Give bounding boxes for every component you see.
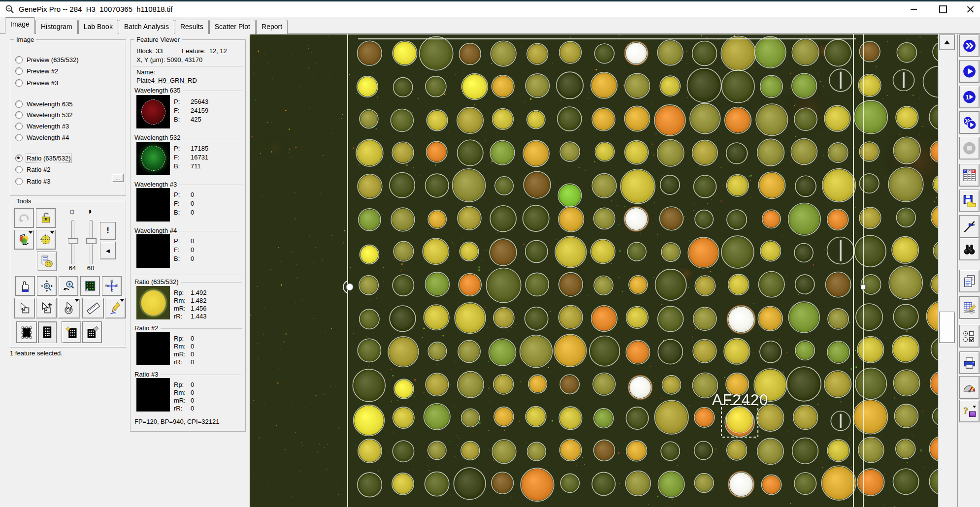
stat-row: B:711 xyxy=(174,162,201,170)
batch-analyze-button[interactable] xyxy=(959,111,980,134)
block-mode-button[interactable] xyxy=(16,321,37,343)
stat-row: F:0 xyxy=(174,200,194,207)
radio-ratio-635-532[interactable]: Ratio (635/532) xyxy=(15,154,71,162)
analyze-all-button[interactable] xyxy=(959,34,980,57)
contrast-value: 60 xyxy=(84,264,97,272)
block-brush-icon xyxy=(85,325,99,339)
find-button[interactable] xyxy=(959,238,980,260)
display-options-button[interactable] xyxy=(959,325,980,348)
feature-mode-button[interactable] xyxy=(38,321,57,343)
close-button[interactable] xyxy=(960,2,980,16)
ruler-icon xyxy=(86,301,100,315)
contrast-slider[interactable] xyxy=(90,220,93,264)
undo-button[interactable] xyxy=(14,208,34,228)
feature-indicator-button[interactable] xyxy=(36,230,56,250)
select-add-tool-button[interactable] xyxy=(36,298,57,318)
stat-row: B:0 xyxy=(174,255,194,262)
zoom-feature-button[interactable] xyxy=(37,276,57,296)
more-options-button[interactable]: ... xyxy=(112,174,124,182)
tab-batch-analysis[interactable]: Batch Analysis xyxy=(119,20,174,34)
divider xyxy=(132,66,243,66)
microarray-image[interactable] xyxy=(250,34,938,507)
radio-preview-3[interactable]: Preview #3 xyxy=(15,79,58,87)
draw-tool-button[interactable] xyxy=(105,298,126,318)
help-button[interactable]: ? xyxy=(959,400,980,422)
color-mode-button[interactable] xyxy=(14,230,34,250)
exclamation-icon: ! xyxy=(106,226,109,236)
zoom-back-icon xyxy=(62,280,75,292)
radio-wavelength-3[interactable]: Wavelength #3 xyxy=(15,122,69,130)
ratio-section-label: Ratio #2 xyxy=(134,324,242,332)
stat-row: Rp:1.492 xyxy=(174,289,207,296)
copy-button[interactable] xyxy=(959,270,980,292)
ellipsis-icon: ... xyxy=(115,175,120,181)
previous-settings-button[interactable]: ◄ xyxy=(100,242,116,259)
ratio-section-label: Ratio (635/532) xyxy=(134,278,242,285)
printer-icon xyxy=(963,355,976,370)
block-properties-button[interactable] xyxy=(82,321,102,343)
feature-mode-icon xyxy=(40,325,54,339)
save-results-button[interactable] xyxy=(959,190,980,212)
stat-row: Rm:0 xyxy=(174,389,194,396)
thumbnail-ratio2 xyxy=(136,332,170,365)
radio-ratio-3[interactable]: Ratio #3 xyxy=(15,177,50,185)
gauge-icon xyxy=(963,380,976,395)
zoom-previous-button[interactable] xyxy=(59,276,78,296)
radio-preview-2[interactable]: Preview #2 xyxy=(15,67,58,75)
image-palette-button[interactable] xyxy=(37,252,57,271)
genepix-window: GenePix Pro -- 284_H3_10070365_h110818.t… xyxy=(0,0,980,507)
brightness-slider-thumb[interactable] xyxy=(68,238,78,244)
pan-tool-button[interactable] xyxy=(15,276,35,296)
tab-scatter-plot[interactable]: Scatter Plot xyxy=(209,20,256,34)
contrast-icon: ◑ xyxy=(87,206,92,216)
status-text: 1 feature selected. xyxy=(10,349,63,357)
brightness-slider[interactable] xyxy=(71,220,74,264)
results-table-button[interactable]: BCR xyxy=(959,164,980,187)
tab-histogram[interactable]: Histogram xyxy=(35,20,78,34)
stop-button[interactable] xyxy=(959,137,980,159)
tab-report[interactable]: Report xyxy=(256,20,288,34)
full-image-button[interactable] xyxy=(80,276,100,296)
radio-wavelength-532[interactable]: Wavelength 532 xyxy=(15,111,72,119)
tools-panel: Tools ☼ ◑ 64 60 ! ◄ xyxy=(10,201,126,348)
scrollbar-thumb[interactable] xyxy=(939,312,955,343)
tab-results[interactable]: Results xyxy=(175,20,209,34)
rule xyxy=(183,91,242,91)
analyze-button[interactable] xyxy=(959,60,980,83)
select-rect-tool-button[interactable] xyxy=(14,298,35,318)
stat-row: P:17185 xyxy=(174,145,208,152)
image-vertical-scrollbar[interactable] xyxy=(938,34,954,507)
flag-feature-button[interactable] xyxy=(959,215,980,238)
color-rotate-icon xyxy=(18,233,31,246)
help-icon: ? xyxy=(963,404,976,418)
tab-image[interactable]: Image xyxy=(5,17,35,34)
stat-row: F:16731 xyxy=(174,154,208,161)
print-button[interactable] xyxy=(959,351,980,374)
auto-scale-button[interactable]: ! xyxy=(100,222,116,240)
maximize-icon xyxy=(939,5,947,13)
radio-wavelength-4[interactable]: Wavelength #4 xyxy=(15,133,69,141)
up-arrow-icon xyxy=(944,40,950,44)
compass-button[interactable]: NSWE xyxy=(102,276,122,296)
contrast-slider-thumb[interactable] xyxy=(86,238,97,244)
select-feature-tool-button[interactable] xyxy=(58,298,80,318)
minimize-button[interactable] xyxy=(904,2,923,16)
channel-section-label: Wavelength #4 xyxy=(134,227,242,234)
block-mode-icon xyxy=(20,325,33,339)
radio-wavelength-635[interactable]: Wavelength 635 xyxy=(15,100,72,108)
thumbnail-w4 xyxy=(136,234,170,268)
stat-row: F:24159 xyxy=(174,107,208,114)
new-block-button[interactable] xyxy=(62,321,81,343)
radio-label: Wavelength #4 xyxy=(27,134,69,141)
radio-ratio-2[interactable]: Ratio #2 xyxy=(15,165,50,173)
copy-icon xyxy=(963,274,976,288)
radio-preview-635-532[interactable]: Preview (635/532) xyxy=(15,56,79,63)
lock-display-button[interactable] xyxy=(36,208,56,228)
export-results-button[interactable] xyxy=(959,296,980,319)
performance-button[interactable] xyxy=(959,376,980,399)
ruler-tool-button[interactable] xyxy=(82,298,104,318)
scroll-up-button[interactable] xyxy=(939,34,955,50)
analyze-step-button[interactable]: 1 xyxy=(959,86,980,108)
tab-lab-book[interactable]: Lab Book xyxy=(78,20,118,34)
maximize-button[interactable] xyxy=(933,2,953,16)
